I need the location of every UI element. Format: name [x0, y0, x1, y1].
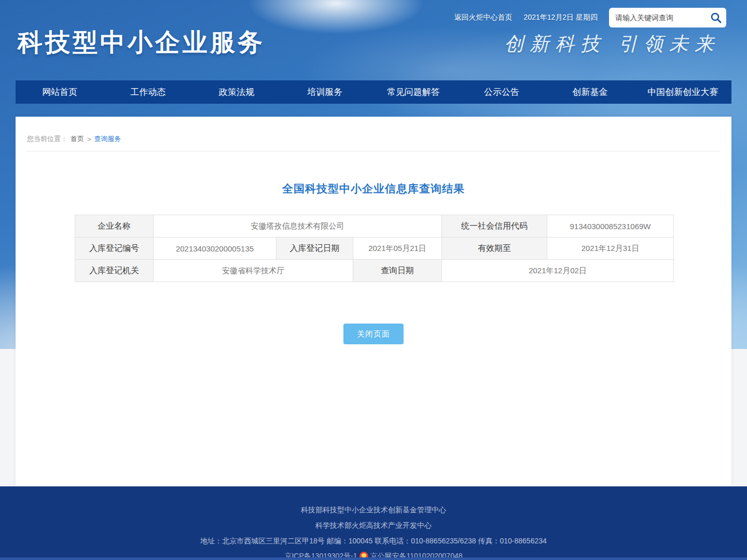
query-result-table: 企业名称 安徽塔孜信息技术有限公司 统一社会信用代码 9134030008523…	[75, 215, 674, 282]
valid-until-value: 2021年12月31日	[547, 237, 674, 260]
table-row: 企业名称 安徽塔孜信息技术有限公司 统一社会信用代码 9134030008523…	[75, 215, 674, 237]
breadcrumb-prefix: 您当前位置：	[27, 134, 67, 144]
nav-item-innovation-contest[interactable]: 中国创新创业大赛	[634, 80, 731, 104]
reg-date-label: 入库登记日期	[276, 237, 353, 260]
valid-until-label: 有效期至	[442, 237, 547, 260]
site-logo: 科技型中小企业服务	[18, 26, 265, 59]
credit-code-label: 统一社会信用代码	[442, 215, 547, 237]
nav-item-training[interactable]: 培训服务	[281, 80, 369, 104]
footer-org-line1: 科技部科技型中小企业技术创新基金管理中心	[0, 502, 747, 517]
footer-contact-line: 地址：北京市西城区三里河二区甲18号 邮编：100045 联系电话：010-88…	[0, 533, 747, 549]
reg-agency-label: 入库登记机关	[75, 260, 154, 282]
return-torch-home-link[interactable]: 返回火炬中心首页	[454, 13, 513, 22]
page-title: 全国科技型中小企业信息库查询结果	[16, 181, 731, 196]
main-navigation: 网站首页 工作动态 政策法规 培训服务 常见问题解答 公示公告 创新基金 中国创…	[16, 80, 731, 104]
current-date: 2021年12月2日 星期四	[524, 13, 598, 22]
company-name-value: 安徽塔孜信息技术有限公司	[154, 215, 442, 237]
site-footer: 科技部科技型中小企业技术创新基金管理中心 科学技术部火炬高技术产业开发中心 地址…	[0, 486, 747, 560]
nav-item-innovation-fund[interactable]: 创新基金	[546, 80, 634, 104]
company-name-label: 企业名称	[75, 215, 154, 237]
search-box	[609, 8, 726, 27]
main-panel: 您当前位置： 首页 > 查询服务 全国科技型中小企业信息库查询结果 企业名称 安…	[16, 117, 731, 486]
nav-item-policies[interactable]: 政策法规	[192, 80, 281, 104]
nav-item-faq[interactable]: 常见问题解答	[369, 80, 458, 104]
site-header: 返回火炬中心首页 2021年12月2日 星期四 科技型中小企业服务 创新科技 引…	[0, 0, 747, 80]
footer-bottom-strip	[0, 557, 747, 560]
reg-number-label: 入库登记编号	[75, 237, 154, 260]
nav-item-home[interactable]: 网站首页	[16, 80, 104, 104]
breadcrumb: 您当前位置： 首页 > 查询服务	[16, 117, 731, 144]
nav-item-announcements[interactable]: 公示公告	[458, 80, 546, 104]
breadcrumb-home-link[interactable]: 首页	[71, 134, 84, 144]
credit-code-value: 91340300085231069W	[547, 215, 674, 237]
reg-date-value: 2021年05月21日	[353, 237, 442, 260]
breadcrumb-separator: >	[87, 135, 91, 143]
query-date-label: 查询日期	[353, 260, 442, 282]
site-slogan: 创新科技 引领未来	[504, 31, 720, 57]
table-row: 入库登记机关 安徽省科学技术厅 查询日期 2021年12月02日	[75, 260, 674, 282]
breadcrumb-current-link[interactable]: 查询服务	[94, 134, 121, 144]
close-page-button[interactable]: 关闭页面	[343, 324, 404, 344]
table-row: 入库登记编号 202134030200005135 入库登记日期 2021年05…	[75, 237, 674, 260]
reg-number-value: 202134030200005135	[154, 237, 276, 260]
reg-agency-value: 安徽省科学技术厅	[154, 260, 353, 282]
footer-org-line2: 科学技术部火炬高技术产业开发中心	[0, 517, 747, 533]
query-date-value: 2021年12月02日	[442, 260, 674, 282]
search-input[interactable]	[615, 13, 710, 22]
breadcrumb-divider	[27, 151, 720, 151]
search-icon[interactable]	[710, 11, 722, 24]
nav-item-work-news[interactable]: 工作动态	[104, 80, 192, 104]
